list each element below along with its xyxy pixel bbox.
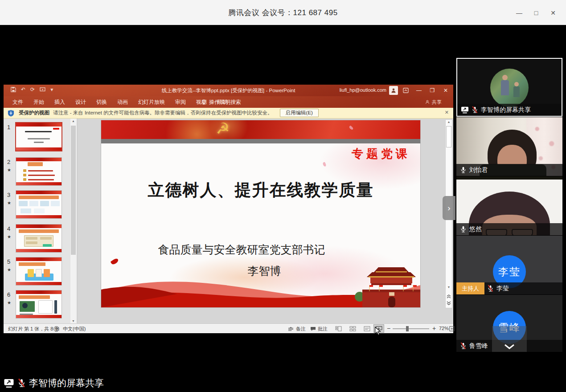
lightbulb-icon (201, 99, 206, 105)
participant-name: 鲁雪峰 (469, 342, 488, 350)
ribbon-options-icon (403, 88, 409, 93)
window-controls: — □ ✕ (511, 0, 562, 25)
slide-thumbnail-panel: 1 2 ★ (4, 118, 78, 323)
collapse-panel-button[interactable] (492, 326, 527, 352)
reading-view-button[interactable] (362, 325, 372, 332)
slide-number: 3 (7, 192, 15, 198)
enable-editing-button[interactable]: 启用编辑(E) (280, 109, 319, 117)
participant-tile-avatar[interactable]: 雪峰 鲁雪峰 (456, 295, 562, 352)
previous-slide-icon[interactable] (446, 294, 451, 299)
person-icon (391, 88, 396, 93)
tell-me-label: 操作说明搜索 (209, 98, 241, 106)
tiananmen-illustration (353, 259, 420, 307)
meeting-title: 腾讯会议 会议号：121 687 495 (0, 8, 566, 18)
screen-share-banner: 李智博的屏幕共享 (4, 377, 104, 389)
slide-top-banner: ☭ (101, 120, 420, 139)
muted-mic-icon (487, 285, 494, 292)
slide-subtitle: 食品质量与安全教研室党支部书记 (152, 242, 331, 257)
scrollbar-thumb[interactable] (446, 126, 451, 147)
person-icon (425, 100, 430, 104)
participant-tile-screenshare[interactable]: 李智博的屏幕共享 (456, 58, 562, 117)
accessibility-icon[interactable] (53, 326, 59, 332)
minimize-button[interactable]: — (511, 5, 528, 20)
tab-review[interactable]: 审阅 (175, 98, 186, 106)
ppt-ribbon-tabs: 文件 开始 插入 设计 切换 动画 幻灯片放映 审阅 视图 帮助 操作说明搜索 … (4, 96, 453, 108)
scroll-up-icon[interactable]: ▲ (446, 120, 452, 123)
protected-bar-close-icon[interactable]: ✕ (445, 110, 449, 115)
next-slide-icon[interactable] (446, 301, 451, 306)
protected-view-bar: 受保护的视图 请注意 - 来自 Internet 的文件可能包含病毒。除非需要编… (4, 108, 453, 118)
mouse-cursor (374, 327, 381, 335)
share-button[interactable]: 共享 (425, 96, 442, 108)
tell-me-search[interactable]: 操作说明搜索 (201, 96, 241, 108)
screen-share-icon (461, 106, 469, 114)
zoom-percentage[interactable]: 72% (439, 326, 449, 331)
muted-mic-icon (460, 342, 467, 350)
account-email[interactable]: liufl_hp@outlook.com (340, 87, 386, 93)
participant-tile-video[interactable]: 刘怡君 (456, 117, 562, 176)
powerpoint-window: ↶ ⟳ ▾ 线上教学交流--李智博ppt.pptx [受保护的视图] - Pow… (4, 85, 453, 333)
scroll-down-icon[interactable]: ▼ (446, 286, 452, 289)
slide-number: 5 (7, 258, 15, 265)
tab-transitions[interactable]: 切换 (96, 98, 107, 106)
scroll-down-icon[interactable]: ▼ (70, 319, 76, 323)
ppt-content-area: 1 2 ★ (4, 118, 453, 323)
panel-expand-tab[interactable]: › (443, 196, 455, 220)
participant-name: 刘怡君 (469, 166, 488, 174)
slide-number: 1 (7, 124, 15, 131)
animation-star-icon: ★ (7, 200, 11, 205)
tab-home[interactable]: 开始 (33, 98, 44, 106)
close-button[interactable]: ✕ (545, 5, 562, 20)
ribbon-display-options-button[interactable] (399, 85, 412, 96)
chevron-down-icon (504, 344, 515, 349)
zoom-out-button[interactable]: − (387, 325, 390, 332)
comments-icon (310, 327, 316, 331)
meeting-titlebar: 腾讯会议 会议号：121 687 495 — □ ✕ (0, 0, 566, 25)
language-status[interactable]: 中文(中国) (63, 326, 86, 332)
slide-canvas[interactable]: ☭ 专题党课 立德树人、提升在线教学质量 食品质量与安全教研室党支部书记 李智博 (101, 120, 420, 307)
scroll-up-icon[interactable]: ▲ (70, 119, 76, 122)
tab-slideshow[interactable]: 幻灯片放映 (138, 98, 165, 106)
notes-button[interactable]: 备注 (296, 326, 306, 332)
party-emblem-icon: ☭ (216, 120, 230, 137)
animation-star-icon: ★ (7, 234, 11, 239)
comments-button[interactable]: 批注 (318, 326, 328, 332)
tab-animations[interactable]: 动画 (117, 98, 128, 106)
shield-icon (8, 110, 14, 117)
slide-number: 6 (7, 291, 15, 298)
slide-sorter-view-button[interactable] (348, 325, 357, 332)
slide-number: 4 (7, 225, 15, 232)
ppt-close-button[interactable]: ✕ (439, 85, 452, 96)
tencent-meeting-window: 腾讯会议 会议号：121 687 495 — □ ✕ ↶ ⟳ ▾ 线上教学交流-… (0, 0, 566, 392)
chevron-right-icon: › (447, 203, 450, 213)
ppt-restore-button[interactable]: ❐ (426, 85, 439, 96)
tab-insert[interactable]: 插入 (54, 98, 65, 106)
zoom-slider-knob[interactable] (406, 326, 409, 331)
avatar (490, 69, 529, 107)
screen-share-banner-text: 李智博的屏幕共享 (29, 377, 104, 389)
animation-star-icon: ★ (7, 167, 11, 172)
slide-badge: 专题党课 (352, 146, 410, 162)
host-badge: 主持人 (456, 282, 484, 294)
ppt-minimize-button[interactable]: — (412, 85, 426, 96)
scrollbar-thumb[interactable] (71, 126, 76, 255)
participant-tile-avatar[interactable]: 李莹 主持人 李莹 (456, 236, 562, 294)
normal-view-button[interactable] (333, 325, 343, 332)
thumbnail-scrollbar[interactable]: ▲ ▼ (70, 118, 76, 323)
tab-file[interactable]: 文件 (12, 98, 23, 106)
notes-icon (288, 327, 294, 331)
tab-design[interactable]: 设计 (75, 98, 86, 106)
maximize-button[interactable]: □ (528, 5, 545, 20)
screen-share-icon (4, 379, 14, 388)
account-avatar[interactable] (389, 86, 398, 95)
zoom-in-button[interactable]: + (432, 325, 436, 332)
zoom-slider-track[interactable] (393, 328, 429, 329)
participant-tile-video[interactable]: 悠然 (456, 176, 562, 235)
animation-star-icon: ★ (7, 267, 11, 272)
participant-name: 悠然 (469, 225, 482, 233)
protected-view-message: 请注意 - 来自 Internet 的文件可能包含病毒。除非需要编辑，否则保持在… (53, 110, 273, 116)
participant-name: 李智博的屏幕共享 (481, 106, 531, 114)
fit-to-window-icon[interactable] (449, 326, 455, 331)
animation-star-icon: ★ (7, 300, 11, 305)
muted-mic-icon (17, 378, 26, 388)
